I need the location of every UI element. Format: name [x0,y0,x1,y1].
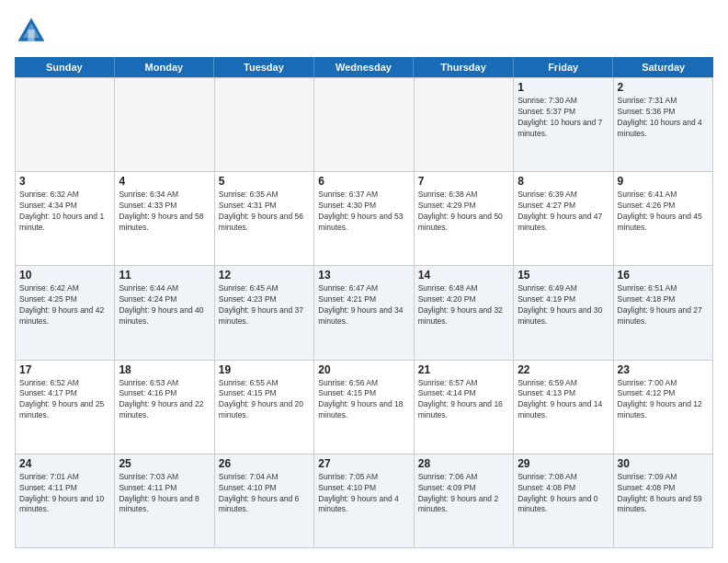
cal-cell-empty-2 [215,78,314,172]
day-number: 3 [19,175,110,188]
day-info: Sunrise: 7:08 AM Sunset: 4:08 PM Dayligh… [518,472,609,516]
day-info: Sunrise: 6:38 AM Sunset: 4:29 PM Dayligh… [418,190,509,234]
day-info: Sunrise: 6:42 AM Sunset: 4:25 PM Dayligh… [19,283,110,327]
day-header-wednesday: Wednesday [314,57,415,77]
cal-cell-3: 3Sunrise: 6:32 AM Sunset: 4:34 PM Daylig… [16,172,115,266]
day-info: Sunrise: 7:04 AM Sunset: 4:10 PM Dayligh… [219,472,310,516]
cal-cell-17: 17Sunrise: 6:52 AM Sunset: 4:17 PM Dayli… [16,361,115,454]
day-number: 30 [618,457,709,470]
day-info: Sunrise: 6:48 AM Sunset: 4:20 PM Dayligh… [418,283,509,327]
day-number: 5 [219,175,310,188]
page: SundayMondayTuesdayWednesdayThursdayFrid… [0,0,728,563]
cal-cell-30: 30Sunrise: 7:09 AM Sunset: 4:08 PM Dayli… [614,454,713,548]
day-header-monday: Monday [115,57,215,77]
day-number: 24 [19,457,110,470]
day-number: 12 [219,269,310,282]
cal-cell-19: 19Sunrise: 6:55 AM Sunset: 4:15 PM Dayli… [215,361,314,454]
cal-cell-14: 14Sunrise: 6:48 AM Sunset: 4:20 PM Dayli… [415,266,514,360]
day-number: 11 [119,269,210,282]
day-number: 20 [318,363,409,376]
day-header-thursday: Thursday [414,57,514,77]
cal-cell-7: 7Sunrise: 6:38 AM Sunset: 4:29 PM Daylig… [415,172,514,266]
day-number: 2 [618,81,709,94]
day-info: Sunrise: 6:57 AM Sunset: 4:14 PM Dayligh… [418,378,509,422]
cal-cell-9: 9Sunrise: 6:41 AM Sunset: 4:26 PM Daylig… [614,172,713,266]
logo [15,15,51,48]
cal-cell-5: 5Sunrise: 6:35 AM Sunset: 4:31 PM Daylig… [215,172,314,266]
calendar-body: 1Sunrise: 7:30 AM Sunset: 5:37 PM Daylig… [15,77,713,548]
cal-cell-2: 2Sunrise: 7:31 AM Sunset: 5:36 PM Daylig… [614,78,713,172]
cal-cell-24: 24Sunrise: 7:01 AM Sunset: 4:11 PM Dayli… [16,454,115,548]
day-number: 26 [219,457,310,470]
week-row-0: 1Sunrise: 7:30 AM Sunset: 5:37 PM Daylig… [16,78,713,172]
week-row-4: 24Sunrise: 7:01 AM Sunset: 4:11 PM Dayli… [16,454,713,548]
calendar-header: SundayMondayTuesdayWednesdayThursdayFrid… [15,57,713,77]
day-number: 18 [119,363,210,376]
cal-cell-10: 10Sunrise: 6:42 AM Sunset: 4:25 PM Dayli… [16,266,115,360]
day-info: Sunrise: 7:30 AM Sunset: 5:37 PM Dayligh… [518,96,609,140]
day-number: 15 [518,269,609,282]
day-number: 7 [418,175,509,188]
cal-cell-28: 28Sunrise: 7:06 AM Sunset: 4:09 PM Dayli… [415,454,514,548]
day-header-tuesday: Tuesday [214,57,314,77]
cal-cell-23: 23Sunrise: 7:00 AM Sunset: 4:12 PM Dayli… [614,361,713,454]
day-info: Sunrise: 7:06 AM Sunset: 4:09 PM Dayligh… [418,472,509,516]
day-info: Sunrise: 6:44 AM Sunset: 4:24 PM Dayligh… [119,283,210,327]
day-number: 21 [418,363,509,376]
day-info: Sunrise: 7:00 AM Sunset: 4:12 PM Dayligh… [618,378,709,422]
day-info: Sunrise: 6:59 AM Sunset: 4:13 PM Dayligh… [518,378,609,422]
cal-cell-13: 13Sunrise: 6:47 AM Sunset: 4:21 PM Dayli… [314,266,414,360]
header [15,15,713,48]
day-info: Sunrise: 6:56 AM Sunset: 4:15 PM Dayligh… [318,378,409,422]
day-number: 6 [318,175,409,188]
cal-cell-16: 16Sunrise: 6:51 AM Sunset: 4:18 PM Dayli… [614,266,713,360]
day-number: 14 [418,269,509,282]
cal-cell-4: 4Sunrise: 6:34 AM Sunset: 4:33 PM Daylig… [115,172,214,266]
svg-rect-2 [28,29,34,41]
day-number: 16 [618,269,709,282]
calendar: SundayMondayTuesdayWednesdayThursdayFrid… [15,57,713,548]
day-info: Sunrise: 6:34 AM Sunset: 4:33 PM Dayligh… [119,190,210,234]
day-info: Sunrise: 7:05 AM Sunset: 4:10 PM Dayligh… [318,472,409,516]
day-info: Sunrise: 6:32 AM Sunset: 4:34 PM Dayligh… [19,190,110,234]
cal-cell-6: 6Sunrise: 6:37 AM Sunset: 4:30 PM Daylig… [314,172,414,266]
cal-cell-8: 8Sunrise: 6:39 AM Sunset: 4:27 PM Daylig… [514,172,613,266]
cal-cell-29: 29Sunrise: 7:08 AM Sunset: 4:08 PM Dayli… [514,454,613,548]
week-row-2: 10Sunrise: 6:42 AM Sunset: 4:25 PM Dayli… [16,266,713,360]
cal-cell-22: 22Sunrise: 6:59 AM Sunset: 4:13 PM Dayli… [514,361,613,454]
week-row-1: 3Sunrise: 6:32 AM Sunset: 4:34 PM Daylig… [16,172,713,266]
cal-cell-27: 27Sunrise: 7:05 AM Sunset: 4:10 PM Dayli… [314,454,414,548]
cal-cell-18: 18Sunrise: 6:53 AM Sunset: 4:16 PM Dayli… [115,361,214,454]
day-info: Sunrise: 6:49 AM Sunset: 4:19 PM Dayligh… [518,283,609,327]
cal-cell-12: 12Sunrise: 6:45 AM Sunset: 4:23 PM Dayli… [215,266,314,360]
cal-cell-empty-3 [314,78,414,172]
cal-cell-empty-0 [16,78,115,172]
day-info: Sunrise: 7:09 AM Sunset: 4:08 PM Dayligh… [618,472,709,516]
cal-cell-11: 11Sunrise: 6:44 AM Sunset: 4:24 PM Dayli… [115,266,214,360]
cal-cell-26: 26Sunrise: 7:04 AM Sunset: 4:10 PM Dayli… [215,454,314,548]
day-number: 17 [19,363,110,376]
cal-cell-21: 21Sunrise: 6:57 AM Sunset: 4:14 PM Dayli… [415,361,514,454]
day-number: 8 [518,175,609,188]
day-info: Sunrise: 6:47 AM Sunset: 4:21 PM Dayligh… [318,283,409,327]
day-number: 28 [418,457,509,470]
day-info: Sunrise: 6:52 AM Sunset: 4:17 PM Dayligh… [19,378,110,422]
day-info: Sunrise: 7:01 AM Sunset: 4:11 PM Dayligh… [19,472,110,516]
day-info: Sunrise: 6:37 AM Sunset: 4:30 PM Dayligh… [318,190,409,234]
day-number: 19 [219,363,310,376]
cal-cell-empty-1 [115,78,214,172]
week-row-3: 17Sunrise: 6:52 AM Sunset: 4:17 PM Dayli… [16,361,713,454]
day-info: Sunrise: 6:35 AM Sunset: 4:31 PM Dayligh… [219,190,310,234]
day-header-friday: Friday [514,57,614,77]
cal-cell-20: 20Sunrise: 6:56 AM Sunset: 4:15 PM Dayli… [314,361,414,454]
day-info: Sunrise: 6:41 AM Sunset: 4:26 PM Dayligh… [618,190,709,234]
cal-cell-25: 25Sunrise: 7:03 AM Sunset: 4:11 PM Dayli… [115,454,214,548]
day-header-saturday: Saturday [613,57,713,77]
logo-icon [15,15,48,48]
day-info: Sunrise: 6:39 AM Sunset: 4:27 PM Dayligh… [518,190,609,234]
day-info: Sunrise: 6:45 AM Sunset: 4:23 PM Dayligh… [219,283,310,327]
day-number: 29 [518,457,609,470]
day-number: 4 [119,175,210,188]
day-info: Sunrise: 6:55 AM Sunset: 4:15 PM Dayligh… [219,378,310,422]
day-number: 10 [19,269,110,282]
